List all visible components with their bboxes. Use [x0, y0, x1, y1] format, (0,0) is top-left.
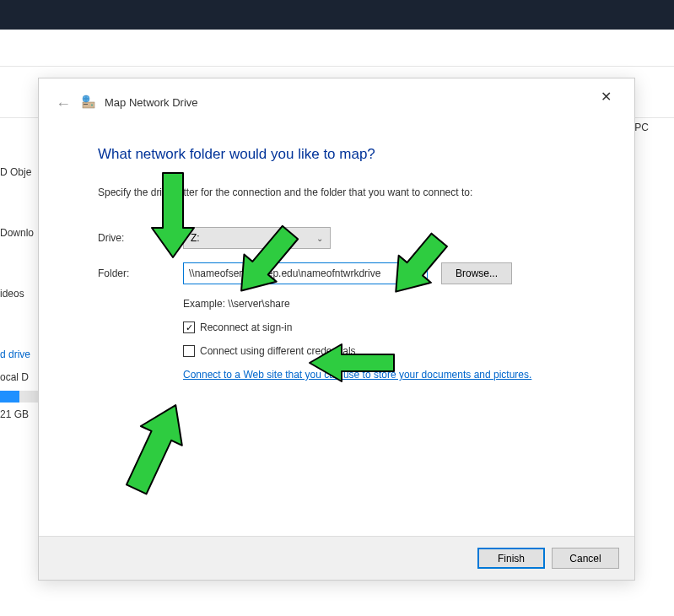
back-arrow-icon[interactable]: ←	[56, 95, 73, 112]
drive-label: Drive:	[98, 232, 170, 244]
sidebar-item: ideos	[0, 288, 24, 300]
sidebar-item: d drive	[0, 349, 30, 360]
example-text: Example: \\server\share	[183, 298, 592, 310]
dialog-header: ← Map Network Drive ✕	[39, 78, 634, 129]
finish-button[interactable]: Finish	[477, 548, 545, 569]
folder-label: Folder:	[98, 267, 170, 279]
website-link[interactable]: Connect to a Web site that you can use t…	[183, 369, 592, 381]
reconnect-label: Reconnect at sign-in	[200, 322, 292, 333]
sidebar-item: D Obje	[0, 166, 31, 178]
map-network-drive-dialog: ← Map Network Drive ✕ What network folde…	[38, 78, 635, 581]
reconnect-checkbox[interactable]: ✓	[183, 322, 195, 333]
chevron-down-icon: ⌄	[316, 234, 323, 243]
sidebar-item: Downlo	[0, 227, 34, 239]
svg-rect-1	[84, 104, 88, 105]
dialog-title: Map Network Drive	[105, 96, 198, 109]
close-button[interactable]: ✕	[601, 89, 616, 104]
storage-bar	[0, 391, 42, 403]
dialog-heading: What network folder would you like to ma…	[98, 146, 592, 163]
storage-label: 21 GB	[0, 408, 29, 420]
dialog-body: What network folder would you like to ma…	[39, 129, 634, 381]
svg-point-2	[91, 105, 93, 106]
drive-value: Z:	[191, 232, 200, 244]
browse-button[interactable]: Browse...	[441, 262, 512, 284]
dialog-footer: Finish Cancel	[39, 536, 634, 580]
credentials-checkbox[interactable]	[183, 345, 195, 357]
cancel-button[interactable]: Cancel	[552, 548, 619, 569]
top-bar	[0, 0, 674, 30]
drive-select[interactable]: Z: ⌄	[183, 227, 331, 249]
dialog-subtext: Specify the drive letter for the connect…	[98, 186, 592, 198]
folder-input[interactable]	[183, 262, 428, 284]
network-drive-icon	[81, 94, 98, 111]
sidebar-item: ocal D	[0, 371, 29, 383]
credentials-label: Connect using different credentials	[200, 345, 356, 357]
